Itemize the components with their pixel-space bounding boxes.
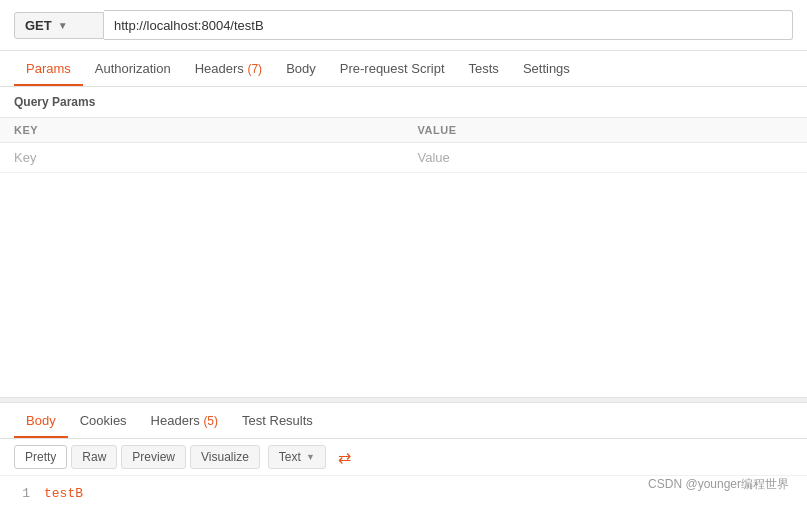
method-select[interactable]: GET ▼ — [14, 12, 104, 39]
response-tab-testresults[interactable]: Test Results — [230, 403, 325, 438]
tab-headers[interactable]: Headers (7) — [183, 51, 274, 86]
format-label: Text — [279, 450, 301, 464]
code-content: testB — [44, 486, 83, 501]
col-value: VALUE — [404, 118, 808, 143]
pretty-button[interactable]: Pretty — [14, 445, 67, 469]
url-input[interactable] — [104, 10, 793, 40]
format-select[interactable]: Text ▼ — [268, 445, 326, 469]
app-container: GET ▼ Params Authorization Headers (7) B… — [0, 0, 807, 511]
key-cell[interactable]: Key — [0, 143, 404, 173]
visualize-button[interactable]: Visualize — [190, 445, 260, 469]
response-headers-badge: (5) — [203, 414, 218, 428]
value-cell[interactable]: Value — [404, 143, 808, 173]
url-bar: GET ▼ — [0, 0, 807, 51]
response-tab-body[interactable]: Body — [14, 403, 68, 438]
tab-authorization[interactable]: Authorization — [83, 51, 183, 86]
response-toolbar: Pretty Raw Preview Visualize Text ▼ ⇄ — [0, 439, 807, 476]
response-tab-cookies[interactable]: Cookies — [68, 403, 139, 438]
line-numbers: 1 — [14, 486, 30, 501]
params-table: KEY VALUE Key Value — [0, 118, 807, 173]
col-key: KEY — [0, 118, 404, 143]
params-table-header-row: KEY VALUE — [0, 118, 807, 143]
wrap-icon[interactable]: ⇄ — [338, 448, 351, 467]
watermark: CSDN @younger编程世界 — [648, 476, 789, 493]
tab-prerequest[interactable]: Pre-request Script — [328, 51, 457, 86]
method-chevron: ▼ — [58, 20, 68, 31]
raw-button[interactable]: Raw — [71, 445, 117, 469]
method-label: GET — [25, 18, 52, 33]
response-tabs: Body Cookies Headers (5) Test Results — [0, 403, 807, 439]
query-params-header: Query Params — [0, 87, 807, 118]
preview-button[interactable]: Preview — [121, 445, 186, 469]
code-line: testB — [44, 486, 83, 501]
empty-space — [0, 173, 807, 397]
query-params-panel: Query Params KEY VALUE Key Value — [0, 87, 807, 173]
format-chevron: ▼ — [306, 452, 315, 462]
headers-badge: (7) — [247, 62, 262, 76]
tab-tests[interactable]: Tests — [457, 51, 511, 86]
tab-settings[interactable]: Settings — [511, 51, 582, 86]
request-tabs: Params Authorization Headers (7) Body Pr… — [0, 51, 807, 87]
tab-body[interactable]: Body — [274, 51, 328, 86]
line-number: 1 — [14, 486, 30, 501]
response-tab-headers[interactable]: Headers (5) — [139, 403, 230, 438]
tab-params[interactable]: Params — [14, 51, 83, 86]
table-row: Key Value — [0, 143, 807, 173]
